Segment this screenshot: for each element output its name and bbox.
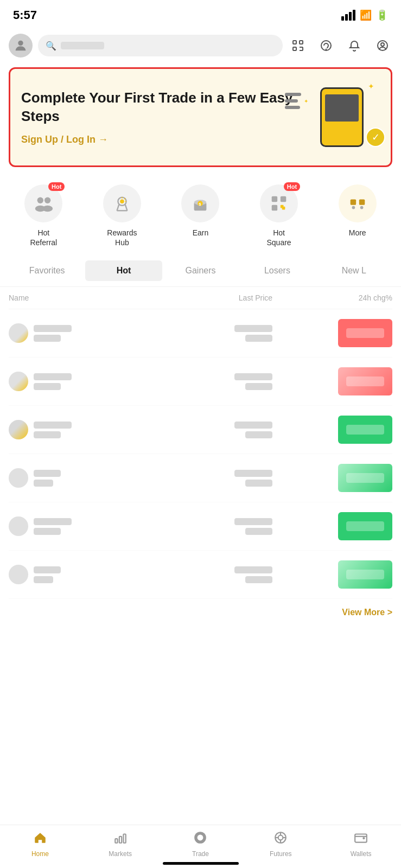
earn-label: Earn — [193, 228, 209, 238]
price-sub-blur — [245, 480, 272, 487]
coin-icon — [9, 565, 28, 584]
svg-point-34 — [352, 206, 355, 209]
promo-banner[interactable]: Complete Your First Trade in a Few Easy … — [9, 67, 392, 167]
svg-point-0 — [18, 41, 23, 46]
nav-wallets[interactable]: Wallets — [321, 825, 401, 863]
nav-markets-label: Markets — [109, 850, 132, 858]
price-sub-blur — [245, 528, 272, 535]
header: 🔍 — [0, 28, 401, 63]
table-row[interactable] — [9, 551, 392, 599]
markets-icon — [113, 831, 128, 848]
quick-icon-rewards[interactable]: RewardsHub — [83, 182, 162, 250]
battery-icon: 🔋 — [376, 9, 388, 21]
svg-point-14 — [42, 206, 53, 212]
quick-icon-more[interactable]: More — [318, 182, 397, 250]
price-sub-blur — [245, 431, 272, 438]
coin-icon — [9, 323, 28, 343]
hot-badge-square: Hot — [284, 182, 300, 191]
header-price: Last Price — [152, 293, 272, 302]
quick-icon-referral[interactable]: Hot HotReferral — [4, 182, 83, 250]
svg-rect-27 — [272, 196, 277, 202]
square-label: HotSquare — [267, 228, 291, 247]
wallets-icon — [354, 831, 368, 848]
tab-gainers[interactable]: Gainers — [162, 260, 239, 281]
nav-home-label: Home — [31, 850, 49, 858]
quick-icon-earn[interactable]: $ Earn — [161, 182, 240, 250]
search-icon: 🔍 — [46, 41, 56, 51]
svg-rect-37 — [119, 836, 122, 843]
status-time: 5:57 — [13, 8, 37, 22]
futures-icon — [273, 831, 288, 848]
avatar[interactable] — [9, 34, 33, 58]
svg-rect-31 — [281, 205, 284, 208]
change-badge — [338, 464, 392, 492]
change-badge — [338, 560, 392, 589]
banner-text: Complete Your First Trade in a Few Easy … — [21, 89, 304, 146]
svg-point-10 — [381, 43, 384, 46]
svg-point-40 — [198, 834, 203, 840]
coin-sub-blur — [34, 431, 61, 438]
coin-icon — [9, 468, 28, 488]
status-icons: 📶 🔋 — [341, 9, 388, 21]
change-badge — [338, 319, 392, 347]
coin-name-blur — [34, 518, 72, 525]
wifi-icon: 📶 — [360, 9, 372, 21]
search-bar[interactable]: 🔍 — [38, 35, 283, 56]
quick-icon-square[interactable]: Hot HotSquare — [240, 182, 319, 250]
tab-new[interactable]: New L — [316, 260, 392, 281]
svg-rect-29 — [272, 205, 277, 210]
home-icon — [33, 831, 47, 848]
change-badge — [338, 512, 392, 540]
price-blur — [234, 422, 272, 429]
nav-home[interactable]: Home — [0, 825, 80, 863]
change-badge — [338, 367, 392, 395]
svg-rect-32 — [350, 199, 355, 205]
svg-line-17 — [125, 205, 128, 210]
notification-icon[interactable] — [345, 36, 364, 55]
signal-icon — [341, 10, 355, 21]
price-blur — [234, 566, 272, 573]
tab-losers[interactable]: Losers — [239, 260, 315, 281]
tab-hot[interactable]: Hot — [85, 260, 162, 281]
search-placeholder-blur — [61, 42, 104, 49]
view-more-link[interactable]: View More > — [342, 608, 392, 617]
svg-line-16 — [117, 205, 119, 210]
market-table: Name Last Price 24h chg% — [0, 287, 401, 599]
table-row[interactable] — [9, 406, 392, 454]
quick-icons-row: Hot HotReferral RewardsHub — [0, 171, 401, 255]
svg-rect-2 — [300, 41, 303, 44]
table-row[interactable] — [9, 309, 392, 358]
earn-circle: $ — [181, 184, 219, 222]
square-circle: Hot — [260, 184, 298, 222]
table-row[interactable] — [9, 358, 392, 406]
view-more[interactable]: View More > — [0, 599, 401, 628]
profile-icon[interactable] — [373, 36, 392, 55]
support-icon[interactable] — [316, 36, 336, 55]
tab-favorites[interactable]: Favorites — [9, 260, 85, 281]
rewards-label: RewardsHub — [107, 228, 137, 247]
nav-trade[interactable]: Trade — [161, 825, 241, 863]
referral-circle: Hot — [24, 184, 62, 222]
nav-markets[interactable]: Markets — [80, 825, 161, 863]
coin-sub-blur — [34, 480, 53, 487]
svg-point-19 — [120, 199, 124, 203]
price-blur — [234, 518, 272, 525]
change-badge — [338, 416, 392, 444]
price-blur — [234, 373, 272, 380]
coin-name-blur — [34, 566, 61, 573]
header-change: 24h chg% — [272, 293, 392, 302]
svg-rect-36 — [115, 839, 117, 843]
hot-badge: Hot — [48, 182, 65, 191]
table-row[interactable] — [9, 502, 392, 551]
more-label: More — [349, 228, 366, 238]
nav-futures[interactable]: Futures — [240, 825, 321, 863]
svg-rect-33 — [359, 199, 365, 205]
home-indicator — [163, 862, 239, 865]
price-sub-blur — [245, 383, 272, 390]
price-blur — [234, 325, 272, 332]
scan-icon[interactable] — [288, 36, 308, 55]
svg-point-35 — [360, 206, 363, 209]
table-row[interactable] — [9, 454, 392, 502]
banner-cta[interactable]: Sign Up / Log In → — [21, 134, 304, 145]
svg-point-11 — [37, 197, 43, 203]
